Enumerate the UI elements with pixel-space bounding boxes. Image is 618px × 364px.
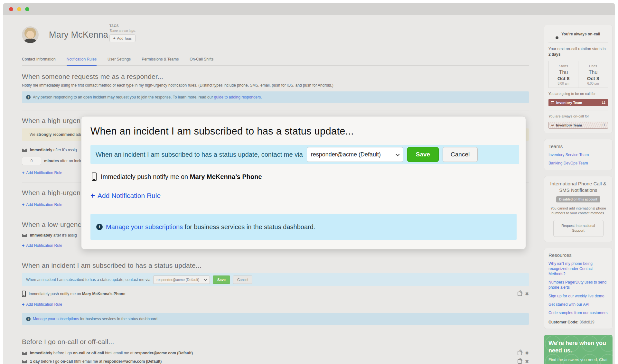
plus-icon: +	[113, 36, 115, 40]
plus-icon: +	[90, 191, 95, 200]
contact-method-select[interactable]: responder@acme (Default)	[153, 275, 210, 284]
international-text: You cannot add international phone numbe…	[548, 206, 608, 216]
subscriptions-info-banner: i Manage your subscriptions for business…	[22, 313, 529, 325]
support-card: We're here when you need us. Find the an…	[544, 335, 613, 364]
add-notification-rule-link[interactable]: +Add Notification Rule	[22, 302, 62, 307]
browser-window: Mary McKenna TAGS There are no tags. +Ad…	[3, 3, 615, 364]
section-heading-before-oncall: Before I go on-call or off-call...	[22, 338, 529, 346]
minutes-input[interactable]	[22, 157, 41, 165]
going-oncall-text: You are going to be on-call for	[548, 91, 608, 97]
section-heading-responder: When someone requests me as a responder.…	[22, 73, 529, 80]
email-icon	[22, 351, 27, 355]
responder-description: Notify me immediately using the first co…	[22, 83, 529, 88]
modal-contact-row: When an incident I am subscribed to has …	[90, 145, 519, 164]
oncall-rule-row-1: Immediately before I go on-call or off-c…	[22, 351, 529, 355]
delete-icon[interactable]: ✖	[525, 351, 529, 355]
mobile-phone-icon	[22, 291, 26, 297]
avatar-status-icon	[555, 36, 559, 40]
modal-push-notify-row: Immediately push notify me on Mary McKen…	[90, 173, 519, 181]
delete-icon[interactable]: ✖	[525, 292, 529, 296]
tab-notification-rules[interactable]: Notification Rules	[67, 57, 97, 66]
tags-block: TAGS There are no tags. +Add Tags	[109, 24, 136, 42]
delete-icon[interactable]: ✖	[525, 359, 529, 364]
plus-icon: +	[22, 243, 24, 248]
ends-cell: Ends Thu Oct 8 6:00 pm	[578, 61, 608, 88]
resource-link-api[interactable]: Get started with our API	[548, 302, 608, 307]
page-content: Mary McKenna TAGS There are no tags. +Ad…	[3, 15, 615, 364]
page-title: Mary McKenna	[49, 30, 108, 40]
cancel-button[interactable]: Cancel	[233, 275, 252, 284]
support-text: Find the answers you need. Chat with a c…	[548, 357, 608, 364]
window-close-button[interactable]	[9, 7, 13, 11]
status-update-modal: When an incident I am subscribed to has …	[81, 116, 526, 249]
team-link-inventory-service[interactable]: Inventory Service Team	[548, 152, 608, 157]
chevron-down-icon	[204, 278, 207, 281]
save-button[interactable]: Save	[213, 275, 230, 284]
next-rotation-text: Your next on-call rotation starts in 2 d…	[548, 46, 608, 58]
manage-subscriptions-link[interactable]: Manage your subscriptions	[33, 317, 79, 321]
cancel-button[interactable]: Cancel	[443, 147, 478, 162]
email-icon	[22, 234, 27, 237]
subscribed-contact-row: When an incident I am subscribed to has …	[22, 273, 529, 286]
section-heading-subscribed: When an incident I am subscribed to has …	[22, 262, 529, 269]
support-title: We're here when you need us.	[548, 340, 608, 354]
tab-contact-information[interactable]: Contact Information	[22, 57, 56, 65]
info-icon: i	[26, 95, 31, 99]
always-oncall-text: You are always on-call for	[548, 114, 608, 119]
resource-link-numbers[interactable]: Numbers PagerDuty uses to send phone ale…	[548, 280, 608, 290]
add-notification-rule-link[interactable]: +Add Notification Rule	[22, 202, 62, 207]
calendar-icon	[551, 101, 554, 104]
guide-to-adding-responders-link[interactable]: guide to adding responders.	[214, 95, 262, 99]
add-notification-rule-link[interactable]: +Add Notification Rule	[90, 191, 161, 200]
teams-card: Teams Inventory Service Team Banking Dev…	[544, 139, 613, 170]
info-icon: i	[26, 317, 31, 321]
window-minimize-button[interactable]	[17, 7, 21, 11]
right-sidebar: You're always on-call Your next on-call …	[544, 25, 613, 364]
chevron-down-icon	[396, 152, 400, 156]
modal-title: When an incident I am subscribed to has …	[90, 126, 519, 137]
plus-icon: +	[22, 302, 24, 307]
resource-link-weekly-demo[interactable]: Sign up for our weekly live demo	[548, 294, 608, 299]
email-icon	[22, 360, 27, 363]
inventory-team-badge[interactable]: Inventory Team L1	[548, 99, 608, 106]
responder-info-banner: i Any person responding to an open incid…	[22, 91, 529, 103]
resources-heading: Resources	[548, 252, 608, 258]
edit-icon[interactable]	[518, 292, 522, 296]
save-button[interactable]: Save	[407, 147, 439, 162]
manage-subscriptions-link[interactable]: Manage your subscriptions	[106, 223, 183, 230]
tab-on-call-shifts[interactable]: On-Call Shifts	[190, 57, 213, 65]
plus-icon: +	[22, 202, 24, 207]
profile-tabs: Contact Information Notification Rules U…	[22, 57, 529, 66]
tab-permissions-teams[interactable]: Permissions & Teams	[142, 57, 179, 65]
inventory-team-always-badge[interactable]: ∞ Inventory Team L1	[548, 122, 608, 129]
user-header: Mary McKenna TAGS There are no tags. +Ad…	[22, 26, 529, 43]
edit-icon[interactable]	[518, 359, 522, 364]
resources-card: Resources Why isn't my phone being recog…	[544, 248, 613, 329]
edit-icon[interactable]	[518, 351, 522, 355]
no-tags-text: There are no tags.	[109, 29, 136, 33]
oncall-status-card: You're always on-call Your next on-call …	[544, 25, 613, 133]
section-divider	[22, 332, 529, 332]
push-notify-row: Immediately push notify me on Mary McKen…	[22, 291, 529, 297]
mobile-phone-icon	[92, 173, 97, 181]
add-tags-button[interactable]: +Add Tags	[109, 34, 136, 42]
tab-user-settings[interactable]: User Settings	[108, 57, 131, 65]
plus-icon: +	[22, 170, 24, 175]
contact-method-select[interactable]: responder@acme (Default)	[307, 147, 403, 162]
email-icon	[22, 148, 27, 152]
team-link-banking-devops[interactable]: Banking DevOps Team	[548, 161, 608, 166]
customer-code: Customer Code: 86dc819	[548, 320, 608, 324]
oncall-card-title: You're always on-call	[561, 32, 600, 36]
resource-link-code-samples[interactable]: Code samples from our customers	[548, 310, 608, 315]
add-notification-rule-link[interactable]: +Add Notification Rule	[22, 243, 62, 248]
window-zoom-button[interactable]	[25, 7, 29, 11]
add-notification-rule-link[interactable]: +Add Notification Rule	[22, 170, 62, 175]
info-icon: i	[96, 224, 103, 230]
teams-heading: Teams	[548, 144, 608, 149]
infinity-icon: ∞	[551, 123, 554, 127]
modal-subscriptions-banner: i Manage your subscriptions for business…	[90, 214, 517, 240]
resource-link-phone-recognized[interactable]: Why isn't my phone being recognized unde…	[548, 261, 608, 277]
disabled-badge: Disabled on this account	[556, 196, 600, 202]
request-international-support-button[interactable]: Request International Support	[553, 220, 604, 237]
international-card: International Phone Call & SMS Notificat…	[544, 176, 613, 242]
